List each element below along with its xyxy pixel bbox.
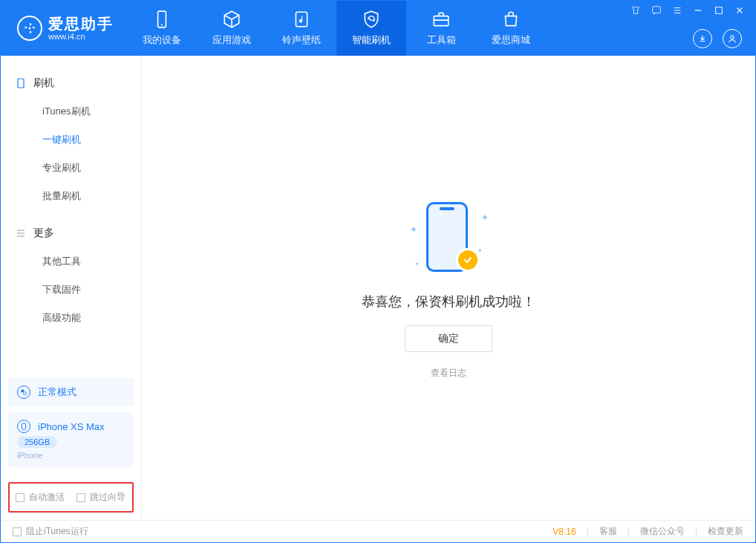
checkbox-skip-guide[interactable]: 跳过向导 xyxy=(76,491,126,504)
sidebar-item-other-tools[interactable]: 其他工具 xyxy=(1,247,141,276)
svg-rect-4 xyxy=(434,16,449,26)
window-controls xyxy=(630,5,749,16)
app-url: www.i4.cn xyxy=(48,32,114,41)
shopping-bag-icon xyxy=(501,10,521,29)
tab-label: 我的设备 xyxy=(143,33,181,47)
footer-link-wechat[interactable]: 微信公众号 xyxy=(640,525,685,538)
tab-label: 应用游戏 xyxy=(212,33,251,47)
svg-point-10 xyxy=(24,392,27,395)
tab-apps-games[interactable]: 应用游戏 xyxy=(197,1,267,56)
device-mode-card[interactable]: 正常模式 xyxy=(8,378,134,406)
tab-ringtones-wallpapers[interactable]: 铃声壁纸 xyxy=(267,1,336,56)
check-badge-icon xyxy=(456,248,480,272)
sparkle-icon: ✦ xyxy=(481,212,489,223)
phone-icon xyxy=(152,10,172,29)
main-content: ✦ ✦ ✦ ✦ 恭喜您，保资料刷机成功啦！ 确定 查看日志 xyxy=(142,56,755,520)
app-header: 爱思助手 www.i4.cn 我的设备 应用游戏 铃声壁纸 智能刷机 工具箱 爱… xyxy=(1,1,755,56)
svg-rect-11 xyxy=(22,423,26,429)
separator: | xyxy=(695,527,697,537)
status-bar: 阻止iTunes运行 V8.16 | 客服 | 微信公众号 | 检查更新 xyxy=(1,520,755,542)
mode-icon xyxy=(17,386,30,399)
device-small-icon xyxy=(16,78,26,88)
tab-label: 爱思商城 xyxy=(492,33,530,47)
checkbox-label: 自动激活 xyxy=(29,491,65,504)
sparkle-icon: ✦ xyxy=(478,247,483,254)
list-small-icon xyxy=(16,228,26,238)
svg-point-2 xyxy=(161,25,163,26)
device-name: iPhone XS Max xyxy=(38,421,105,432)
logo-area: 爱思助手 www.i4.cn xyxy=(1,16,127,41)
section-title: 刷机 xyxy=(33,77,54,90)
tshirt-icon[interactable] xyxy=(630,5,641,16)
tab-label: 工具箱 xyxy=(427,33,456,47)
sidebar-item-pro-flash[interactable]: 专业刷机 xyxy=(1,154,141,182)
ok-button[interactable]: 确定 xyxy=(405,325,492,352)
account-button[interactable] xyxy=(723,29,742,48)
feedback-icon[interactable] xyxy=(651,5,662,16)
svg-rect-8 xyxy=(18,79,24,88)
mode-label: 正常模式 xyxy=(38,386,76,399)
tab-toolbox[interactable]: 工具箱 xyxy=(406,1,476,56)
cube-icon xyxy=(222,10,241,29)
sidebar-section-flash: 刷机 xyxy=(1,69,141,97)
svg-rect-6 xyxy=(716,7,723,14)
section-title: 更多 xyxy=(33,227,54,240)
separator: | xyxy=(587,527,589,537)
svg-rect-5 xyxy=(653,7,661,13)
sidebar-item-itunes-flash[interactable]: iTunes刷机 xyxy=(1,97,141,126)
separator: | xyxy=(628,527,630,537)
checkbox-icon xyxy=(16,493,25,502)
tab-smart-flash[interactable]: 智能刷机 xyxy=(336,1,406,56)
device-storage-badge: 256GB xyxy=(17,436,57,448)
svg-point-7 xyxy=(731,36,734,39)
checkbox-icon xyxy=(76,493,85,502)
device-info-card[interactable]: iPhone XS Max 256GB iPhone xyxy=(8,412,134,467)
flash-options-box: 自动激活 跳过向导 xyxy=(8,482,134,513)
success-message: 恭喜您，保资料刷机成功啦！ xyxy=(362,293,535,310)
sidebar-item-advanced[interactable]: 高级功能 xyxy=(1,304,141,332)
shield-refresh-icon xyxy=(362,10,381,29)
tab-my-device[interactable]: 我的设备 xyxy=(127,1,197,56)
tab-label: 铃声壁纸 xyxy=(282,33,321,47)
footer-link-update[interactable]: 检查更新 xyxy=(708,525,743,538)
version-label: V8.16 xyxy=(553,527,576,537)
checkbox-auto-activate[interactable]: 自动激活 xyxy=(16,491,65,504)
download-button[interactable] xyxy=(693,29,712,48)
sidebar-item-batch-flash[interactable]: 批量刷机 xyxy=(1,182,141,210)
checkbox-icon xyxy=(13,527,22,536)
checkbox-label: 跳过向导 xyxy=(90,491,126,504)
tab-store[interactable]: 爱思商城 xyxy=(476,1,546,56)
checkbox-block-itunes[interactable]: 阻止iTunes运行 xyxy=(13,525,88,538)
sparkle-icon: ✦ xyxy=(414,261,420,267)
maximize-icon[interactable] xyxy=(714,5,724,16)
main-tabs: 我的设备 应用游戏 铃声壁纸 智能刷机 工具箱 爱思商城 xyxy=(127,1,546,56)
svg-point-9 xyxy=(21,389,24,392)
app-name: 爱思助手 xyxy=(48,16,114,32)
sidebar-item-oneclick-flash[interactable]: 一键刷机 xyxy=(1,126,141,154)
checkbox-label: 阻止iTunes运行 xyxy=(26,525,88,538)
minimize-icon[interactable] xyxy=(693,5,703,16)
sidebar-item-download-firmware[interactable]: 下载固件 xyxy=(1,276,141,304)
music-file-icon xyxy=(292,10,311,29)
footer-link-support[interactable]: 客服 xyxy=(599,525,617,538)
close-icon[interactable] xyxy=(734,5,745,16)
sidebar: 刷机 iTunes刷机 一键刷机 专业刷机 批量刷机 更多 其他工具 下载固件 … xyxy=(1,56,142,520)
device-icon xyxy=(17,420,30,433)
app-logo-icon xyxy=(17,16,42,41)
menu-icon[interactable] xyxy=(672,5,682,16)
view-log-link[interactable]: 查看日志 xyxy=(431,367,466,380)
briefcase-icon xyxy=(431,10,451,29)
svg-point-0 xyxy=(29,27,31,30)
success-illustration: ✦ ✦ ✦ ✦ xyxy=(404,196,493,278)
sidebar-section-more: 更多 xyxy=(1,219,141,247)
device-type: iPhone xyxy=(17,451,42,460)
sparkle-icon: ✦ xyxy=(410,224,417,235)
tab-label: 智能刷机 xyxy=(352,33,391,47)
